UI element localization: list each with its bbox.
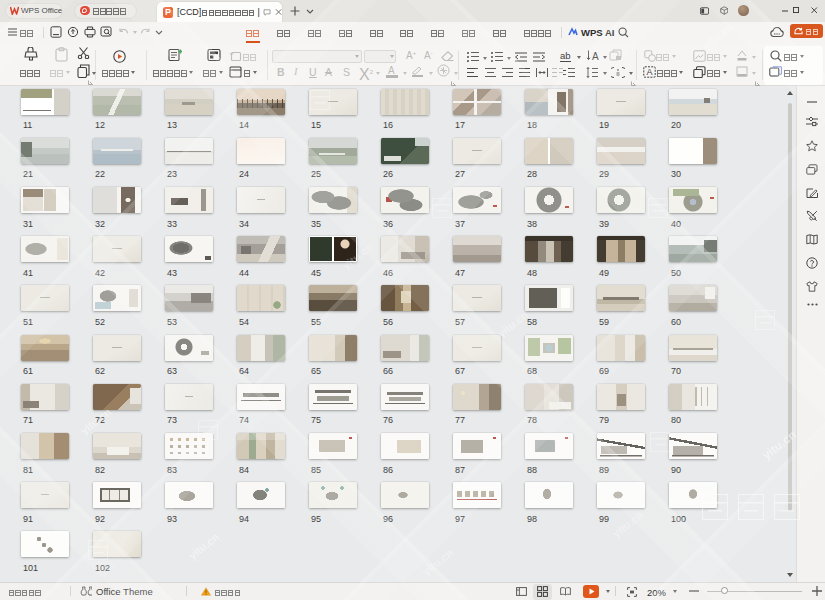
- svg-text:A: A: [646, 67, 652, 77]
- svg-text:A: A: [592, 51, 599, 62]
